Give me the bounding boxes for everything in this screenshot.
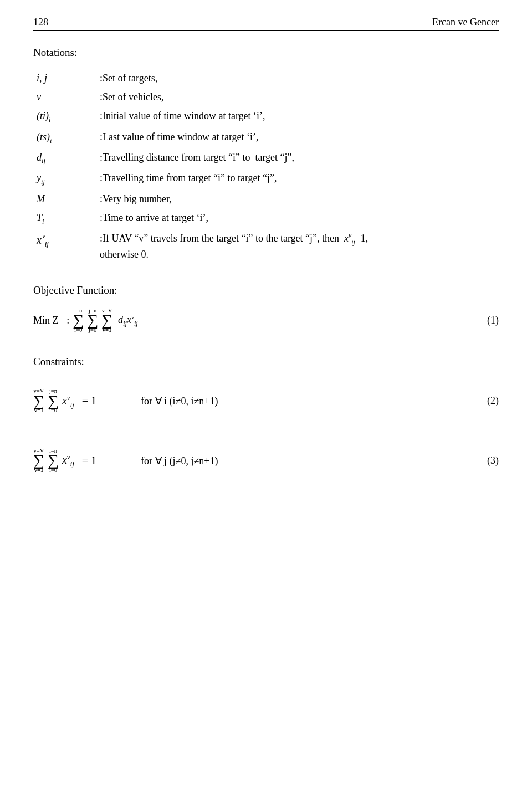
page: 128 Ercan ve Gencer Notations: i, j :Set… xyxy=(0,0,532,527)
def-yij: :Travelling time from target “i” to targ… xyxy=(94,168,499,189)
list-item: xvij :If UAV “v” travels from the target… xyxy=(33,229,499,264)
xij-v-3: xvij xyxy=(62,453,74,469)
sigma-j: j=n ∑ j=0 xyxy=(48,388,59,414)
symbol-dij: dij xyxy=(33,148,94,168)
eq-number-1: (1) xyxy=(487,315,499,326)
list-item: Ti :Time to arrive at target ‘i’, xyxy=(33,208,499,229)
double-summation-2: v=V ∑ v=1 j=n ∑ j=0 xyxy=(33,388,59,414)
list-item: M :Very big number, xyxy=(33,189,499,208)
symbol-ts: (ts)i xyxy=(33,127,94,148)
xij-v-2: xvij xyxy=(62,393,74,409)
constraint-3-row: v=V ∑ v=1 i=n ∑ i=0 xvij = 1 for ∀ j (j≠… xyxy=(33,448,499,474)
double-summation-3: v=V ∑ v=1 i=n ∑ i=0 xyxy=(33,448,59,474)
page-number: 128 xyxy=(33,17,48,28)
eq-number-3: (3) xyxy=(487,455,499,466)
summand-dij-xij: dijxvij xyxy=(118,314,138,328)
def-v: :Set of vehicles, xyxy=(94,88,499,106)
sigma-3: v=V ∑ v=1 xyxy=(101,307,112,334)
def-ti: :Initial value of time window at target … xyxy=(94,106,499,127)
eq-number-2: (2) xyxy=(487,395,499,407)
for-condition-2: for ∀ i (i≠0, i≠n+1) xyxy=(141,395,487,407)
page-header: 128 Ercan ve Gencer xyxy=(33,17,499,31)
list-item: i, j :Set of targets, xyxy=(33,69,499,88)
list-item: v :Set of vehicles, xyxy=(33,88,499,106)
min-z-label: Min Z= : xyxy=(33,315,69,326)
triple-summation: i=n ∑ i=0 j=n ∑ j=0 v=V ∑ v=1 xyxy=(73,307,112,334)
list-item: (ts)i :Last value of time window at targ… xyxy=(33,127,499,148)
symbol-xij: xvij xyxy=(33,229,94,264)
constraint-2-row: v=V ∑ v=1 j=n ∑ j=0 xvij = 1 for ∀ i (i≠… xyxy=(33,388,499,414)
sigma-v: v=V ∑ v=1 xyxy=(33,388,44,414)
objective-title: Objective Function: xyxy=(33,284,499,296)
def-Ti: :Time to arrive at target ‘i’, xyxy=(94,208,499,229)
def-M: :Very big number, xyxy=(94,189,499,208)
def-ij: :Set of targets, xyxy=(94,69,499,88)
constraints-title: Constraints: xyxy=(33,356,499,368)
symbol-yij: yij xyxy=(33,168,94,189)
sigma-2: j=n ∑ j=0 xyxy=(87,307,98,334)
symbol-M: M xyxy=(33,189,94,208)
symbol-Ti: Ti xyxy=(33,208,94,229)
symbol-ij: i, j xyxy=(33,69,94,88)
symbol-ti: (ti)i xyxy=(33,106,94,127)
list-item: (ti)i :Initial value of time window at t… xyxy=(33,106,499,127)
def-dij: :Travelling distance from target “i” to … xyxy=(94,148,499,168)
symbol-v: v xyxy=(33,88,94,106)
objective-section: Objective Function: Min Z= : i=n ∑ i=0 j… xyxy=(33,284,499,334)
list-item: dij :Travelling distance from target “i”… xyxy=(33,148,499,168)
sigma-v2: v=V ∑ v=1 xyxy=(33,448,44,474)
journal-title: Ercan ve Gencer xyxy=(432,17,499,28)
sigma-i: i=n ∑ i=0 xyxy=(48,448,59,474)
sigma-1: i=n ∑ i=0 xyxy=(73,307,84,334)
def-xij: :If UAV “v” travels from the target “i” … xyxy=(94,229,499,264)
equals-1-2: = 1 xyxy=(82,394,96,407)
objective-formula-row: Min Z= : i=n ∑ i=0 j=n ∑ j=0 v=V xyxy=(33,307,499,334)
for-condition-3: for ∀ j (j≠0, j≠n+1) xyxy=(141,455,487,467)
notations-section: Notations: i, j :Set of targets, v :Set … xyxy=(33,47,499,264)
notation-table: i, j :Set of targets, v :Set of vehicles… xyxy=(33,69,499,264)
equals-1-3: = 1 xyxy=(82,454,96,467)
list-item: yij :Travelling time from target “i” to … xyxy=(33,168,499,189)
def-ts: :Last value of time window at target ‘i’… xyxy=(94,127,499,148)
constraints-section: Constraints: v=V ∑ v=1 j=n ∑ j=0 xvij xyxy=(33,356,499,474)
notations-title: Notations: xyxy=(33,47,499,59)
